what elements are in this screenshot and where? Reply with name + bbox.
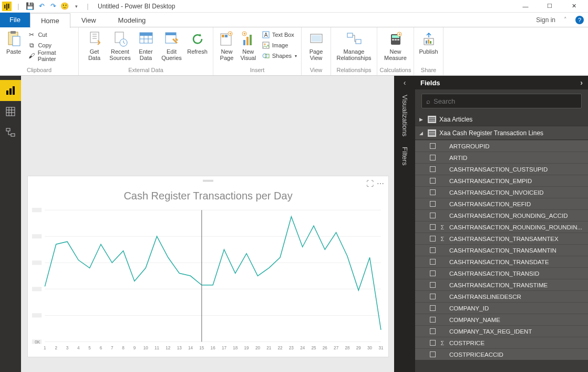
field-row[interactable]: ARTGROUPID: [415, 140, 588, 152]
enter-data-button[interactable]: Enter Data: [133, 29, 158, 62]
visual-grip-icon[interactable]: [203, 179, 213, 183]
field-checkbox[interactable]: [430, 155, 436, 160]
svg-rect-28: [347, 33, 353, 37]
new-page-button[interactable]: ✦New Page: [216, 29, 237, 62]
field-checkbox[interactable]: [430, 166, 436, 172]
new-measure-button[interactable]: ✦New Measure: [380, 29, 410, 62]
refresh-button[interactable]: Refresh: [185, 29, 210, 56]
field-row[interactable]: COMPANY_ID: [415, 302, 588, 314]
field-row[interactable]: CASHTRANSLINEDESCR: [415, 290, 588, 302]
model-view-button[interactable]: [0, 122, 21, 143]
table-row[interactable]: ◢Xaa Cash Register Transaction Lines: [415, 126, 588, 140]
field-checkbox[interactable]: [430, 282, 436, 288]
field-checkbox[interactable]: [430, 224, 436, 230]
home-tab[interactable]: Home: [30, 13, 70, 28]
field-checkbox[interactable]: [430, 247, 436, 253]
svg-text:14: 14: [188, 346, 193, 350]
qat-dropdown-icon[interactable]: ▾: [71, 2, 81, 11]
redo-icon[interactable]: ↷: [48, 2, 58, 11]
visualizations-panel-tab[interactable]: Visualizations: [401, 89, 409, 142]
page-view-button[interactable]: Page View: [305, 29, 327, 62]
cut-button[interactable]: ✂Cut: [26, 29, 75, 40]
get-data-button[interactable]: Get Data: [82, 29, 107, 62]
field-checkbox[interactable]: [430, 328, 436, 334]
modeling-tab[interactable]: Modeling: [107, 13, 157, 27]
svg-text:9: 9: [133, 346, 136, 350]
field-row[interactable]: CASHTRANSACTION_CUSTSUPID: [415, 163, 588, 175]
collapse-fields-icon[interactable]: ›: [580, 78, 583, 87]
more-options-icon[interactable]: ⋯: [377, 179, 384, 188]
view-tab[interactable]: View: [70, 13, 107, 27]
new-visual-button[interactable]: ✦New Visual: [238, 29, 259, 62]
edit-queries-label: Edit Queries: [161, 48, 182, 61]
sign-in-link[interactable]: Sign in: [536, 16, 555, 24]
help-icon[interactable]: ?: [575, 16, 584, 24]
file-tab[interactable]: File: [0, 13, 30, 27]
text-box-button[interactable]: AText Box: [261, 29, 298, 40]
field-checkbox[interactable]: [430, 305, 436, 311]
field-checkbox[interactable]: [430, 236, 436, 242]
field-row[interactable]: CASHTRANSACTION_INVOICEID: [415, 186, 588, 198]
paste-button[interactable]: Paste: [3, 29, 24, 56]
maximize-button[interactable]: ☐: [538, 0, 562, 13]
undo-icon[interactable]: ↶: [37, 2, 46, 11]
field-row[interactable]: ΣCASHTRANSACTION_ROUNDING_ROUNDIN...: [415, 221, 588, 233]
fields-search[interactable]: ⌕: [421, 94, 582, 108]
field-checkbox[interactable]: [430, 189, 436, 195]
table-row[interactable]: ▶Xaa Articles: [415, 113, 588, 126]
edit-queries-button[interactable]: Edit Queries: [159, 29, 184, 62]
field-row[interactable]: CASHTRANSACTION_EMPID: [415, 175, 588, 186]
manage-relationships-button[interactable]: Manage Relationships: [334, 29, 374, 62]
cut-icon: ✂: [27, 31, 36, 39]
publish-button[interactable]: Publish: [417, 29, 440, 56]
svg-rect-11: [222, 35, 224, 37]
field-checkbox[interactable]: [430, 213, 436, 218]
svg-text:23: 23: [289, 346, 294, 350]
field-row[interactable]: COMPANY_TAX_REG_IDENT: [415, 325, 588, 337]
field-checkbox[interactable]: [430, 143, 436, 149]
svg-rect-29: [356, 39, 361, 44]
field-row[interactable]: CASHTRANSACTION_TRANSTIME: [415, 279, 588, 290]
recent-sources-button[interactable]: Recent Sources: [108, 29, 132, 62]
field-checkbox[interactable]: [430, 259, 436, 265]
field-row[interactable]: CASHTRANSACTION_TRANSDATE: [415, 256, 588, 267]
field-row[interactable]: COMPANY_NAME: [415, 314, 588, 325]
shapes-button[interactable]: Shapes▾: [261, 51, 298, 61]
svg-rect-45: [6, 128, 10, 131]
report-canvas[interactable]: ⛶ ⋯ Cash Register Transactions per Day 0…: [21, 76, 394, 372]
field-row[interactable]: ΣCASHTRANSACTION_TRANSAMNTEX: [415, 233, 588, 244]
field-name: CASHTRANSACTION_TRANSID: [449, 270, 539, 277]
field-checkbox[interactable]: [430, 201, 436, 207]
field-row[interactable]: CASHTRANSACTION_TRANSID: [415, 267, 588, 279]
focus-mode-icon[interactable]: ⛶: [366, 179, 374, 188]
field-checkbox[interactable]: [430, 270, 436, 276]
minimize-button[interactable]: —: [513, 0, 538, 13]
svg-rect-50: [32, 313, 42, 317]
expand-panels-icon[interactable]: ‹: [394, 76, 415, 89]
format-painter-button[interactable]: 🖌Format Painter: [26, 51, 75, 61]
field-row[interactable]: CASHTRANSACTION_ROUNDING_ACCID: [415, 209, 588, 221]
field-row[interactable]: CASHTRANSACTION_TRANSAMNTIN: [415, 244, 588, 256]
field-row[interactable]: CASHTRANSACTION_REFID: [415, 198, 588, 209]
save-icon[interactable]: 💾: [25, 2, 35, 11]
field-row[interactable]: ARTID: [415, 152, 588, 163]
image-button[interactable]: Image: [261, 40, 298, 51]
field-checkbox[interactable]: [430, 317, 436, 323]
report-view-button[interactable]: [0, 80, 21, 101]
close-button[interactable]: ✕: [562, 0, 586, 13]
chart-visual[interactable]: ⛶ ⋯ Cash Register Transactions per Day 0…: [27, 176, 389, 357]
field-checkbox[interactable]: [430, 351, 436, 357]
filters-panel-tab[interactable]: Filters: [401, 142, 409, 170]
field-row[interactable]: COSTPRICEACCID: [415, 348, 588, 360]
search-input[interactable]: [434, 97, 577, 105]
relationships-icon: [346, 31, 363, 47]
chevron-up-icon[interactable]: ˄: [561, 15, 570, 25]
copy-button[interactable]: ⧉Copy: [26, 40, 75, 51]
field-checkbox[interactable]: [430, 178, 436, 184]
data-view-button[interactable]: [0, 101, 21, 122]
field-checkbox[interactable]: [430, 340, 436, 346]
title-bar: ı|l | 💾 ↶ ↷ 🙂 ▾ | Untitled - Power BI De…: [0, 0, 588, 13]
field-checkbox[interactable]: [430, 294, 436, 299]
smiley-icon[interactable]: 🙂: [60, 2, 69, 11]
field-row[interactable]: ΣCOSTPRICE: [415, 337, 588, 348]
